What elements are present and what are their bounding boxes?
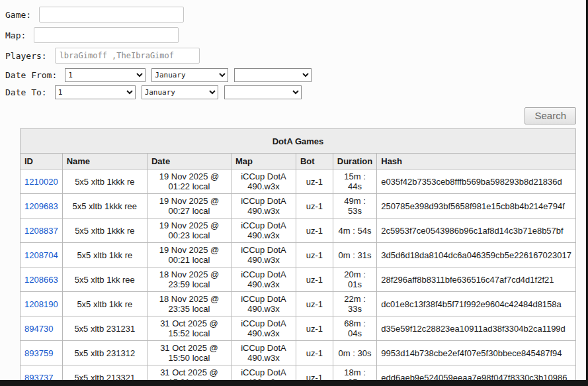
game-map-cell: iCCup DotA 490.w3x — [231, 218, 296, 243]
table-row: 1208190 5x5 xltb 1kk re 18 Nov 2025 @ 23… — [21, 292, 576, 316]
game-id-cell: 1208837 — [21, 218, 63, 243]
col-header-duration: Duration — [333, 154, 377, 169]
game-id-link[interactable]: 1210020 — [24, 177, 58, 187]
game-map-cell: iCCup DotA 490.w3x — [231, 243, 296, 267]
search-button[interactable]: Search — [525, 107, 576, 124]
game-bot-cell: uz-1 — [296, 169, 333, 194]
game-hash-cell: 250785e398d93bf5658f981e15cb8b4b214e794f — [377, 194, 576, 218]
map-label: Map: — [5, 30, 26, 40]
map-row: Map: — [5, 27, 588, 43]
table-row: 1208837 5x5 xltb 1kkk re 19 Nov 2025 @ 0… — [21, 218, 576, 243]
date-from-day-select[interactable]: 1 — [65, 68, 146, 82]
game-duration-cell: 0m : 31s — [333, 243, 377, 267]
game-date-cell: 31 Oct 2025 @ 15:52 local — [147, 316, 231, 341]
date-from-month-select[interactable]: January — [151, 68, 228, 82]
game-id-cell: 1208704 — [21, 243, 63, 267]
game-bot-cell: uz-1 — [296, 218, 333, 243]
game-duration-cell: 4m : 54s — [333, 218, 377, 243]
game-name-cell: 5x5 xltb 1kkk ree — [62, 194, 147, 218]
game-id-link[interactable]: 1209683 — [24, 201, 58, 211]
games-table: DotA Games ID Name Date Map Bot Duration… — [20, 128, 576, 386]
map-input[interactable] — [34, 27, 179, 43]
game-id-cell: 1208190 — [21, 292, 63, 316]
game-bot-cell: uz-1 — [296, 267, 333, 292]
game-map-cell: iCCup DotA 490.w3x — [231, 194, 296, 218]
game-date-cell: 31 Oct 2025 @ 15:50 local — [147, 341, 231, 365]
game-bot-cell: uz-1 — [296, 243, 333, 267]
date-to-row: Date To: 1 January — [5, 85, 588, 99]
game-search-form: Game: Map: Players: Date From: 1 January… — [5, 7, 588, 99]
game-name-cell: 5x5 xltb 1kk ree — [62, 267, 147, 292]
date-from-row: Date From: 1 January — [5, 68, 588, 82]
game-date-cell: 19 Nov 2025 @ 00:23 local — [147, 218, 231, 243]
game-map-cell: iCCup DotA 490.w3x — [231, 292, 296, 316]
window-bottom-edge — [0, 380, 588, 386]
game-name-cell: 5x5 xltb 1kk re — [62, 292, 147, 316]
table-row: 1210020 5x5 xltb 1kkk re 19 Nov 2025 @ 0… — [21, 169, 576, 194]
table-row: 1209683 5x5 xltb 1kkk ree 19 Nov 2025 @ … — [21, 194, 576, 218]
table-row: 893759 5x5 xltb 231312 31 Oct 2025 @ 15:… — [21, 341, 576, 365]
game-hash-cell: dc01e8c13f38f4b5f71f992e9604c42484d8158a — [377, 292, 576, 316]
game-bot-cell: uz-1 — [296, 292, 333, 316]
game-hash-cell: 2c5953f7ce0543986b96c1af8d14c3b71e8b57bf — [377, 218, 576, 243]
game-name-cell: 5x5 xltb 231312 — [62, 341, 147, 365]
col-header-bot: Bot — [296, 154, 333, 169]
game-id-link[interactable]: 1208663 — [24, 275, 58, 285]
game-input[interactable] — [39, 7, 184, 23]
table-row: 1208663 5x5 xltb 1kk ree 18 Nov 2025 @ 2… — [21, 267, 576, 292]
players-row: Players: — [5, 48, 588, 64]
game-id-link[interactable]: 1208704 — [24, 250, 58, 260]
search-bar: Search — [20, 107, 576, 124]
game-hash-cell: 3d5d6d18da8104dc6a046359cb5e226167023017 — [377, 243, 576, 267]
page: Game: Map: Players: Date From: 1 January… — [0, 0, 588, 386]
game-bot-cell: uz-1 — [296, 316, 333, 341]
date-from-year-select[interactable] — [234, 68, 312, 82]
game-duration-cell: 15m : 44s — [333, 169, 377, 194]
players-label: Players: — [5, 51, 47, 61]
game-label: Game: — [5, 10, 31, 20]
table-row: 1208704 5x5 xltb 1kk re 19 Nov 2025 @ 00… — [21, 243, 576, 267]
date-to-year-select[interactable] — [224, 85, 302, 99]
date-from-label: Date From: — [5, 70, 57, 80]
game-duration-cell: 20m : 01s — [333, 267, 377, 292]
table-title-row: DotA Games — [21, 129, 576, 154]
game-id-link[interactable]: 894730 — [24, 324, 53, 334]
table-title: DotA Games — [21, 129, 576, 154]
game-date-cell: 19 Nov 2025 @ 01:22 local — [147, 169, 231, 194]
game-name-cell: 5x5 xltb 1kkk re — [62, 218, 147, 243]
table-row: 894730 5x5 xltb 231231 31 Oct 2025 @ 15:… — [21, 316, 576, 341]
game-bot-cell: uz-1 — [296, 194, 333, 218]
date-to-day-select[interactable]: 1 — [55, 85, 136, 99]
game-hash-cell: e035f42b7353ceb8fffb569ba598293b8d21836d — [377, 169, 576, 194]
game-id-cell: 1209683 — [21, 194, 63, 218]
game-map-cell: iCCup DotA 490.w3x — [231, 316, 296, 341]
col-header-date: Date — [147, 154, 231, 169]
game-date-cell: 18 Nov 2025 @ 23:35 local — [147, 292, 231, 316]
game-date-cell: 18 Nov 2025 @ 23:59 local — [147, 267, 231, 292]
game-name-cell: 5x5 xltb 231231 — [62, 316, 147, 341]
game-duration-cell: 0m : 30s — [333, 341, 377, 365]
game-hash-cell: 9953d14b738cbe2ef4f07e5f30bbece845487f94 — [377, 341, 576, 365]
players-input[interactable] — [55, 48, 200, 64]
game-id-link[interactable]: 893759 — [24, 348, 53, 358]
col-header-hash: Hash — [377, 154, 576, 169]
table-header-row: ID Name Date Map Bot Duration Hash — [21, 154, 576, 169]
date-to-month-select[interactable]: January — [142, 85, 218, 99]
game-id-cell: 893759 — [21, 341, 63, 365]
game-duration-cell: 68m : 04s — [333, 316, 377, 341]
game-date-cell: 19 Nov 2025 @ 00:27 local — [147, 194, 231, 218]
game-name-cell: 5x5 xltb 1kkk re — [62, 169, 147, 194]
game-duration-cell: 49m : 53s — [333, 194, 377, 218]
game-row: Game: — [5, 7, 588, 23]
game-date-cell: 19 Nov 2025 @ 00:21 local — [147, 243, 231, 267]
game-hash-cell: 28f296aff8b8311bfe636516c47af7cd4d1f2f21 — [377, 267, 576, 292]
date-to-label: Date To: — [5, 87, 47, 97]
game-bot-cell: uz-1 — [296, 341, 333, 365]
col-header-map: Map — [231, 154, 296, 169]
game-id-link[interactable]: 1208837 — [24, 226, 58, 236]
game-id-link[interactable]: 1208190 — [24, 299, 58, 309]
game-map-cell: iCCup DotA 490.w3x — [231, 341, 296, 365]
game-hash-cell: d35e59f12c28823ea10911ad38f3304b2ca1199d — [377, 316, 576, 341]
game-id-cell: 894730 — [21, 316, 63, 341]
game-id-cell: 1208663 — [21, 267, 63, 292]
